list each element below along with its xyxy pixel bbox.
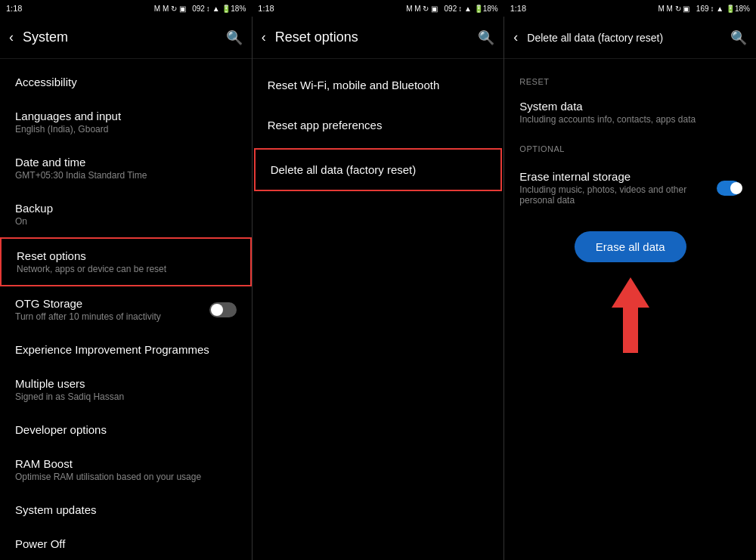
factory-reset-search-icon[interactable]: 🔍 xyxy=(730,29,747,46)
ram-boost-title: RAM Boost xyxy=(15,457,237,470)
factory-reset-header: ‹ Delete all data (factory reset) 🔍 xyxy=(504,17,756,59)
status-bars: 1:18 M M ↻ ▣ 092 ↕ ▲ 🔋18% 1:18 M M ↻ ▣ 0… xyxy=(0,0,756,17)
ram-boost-subtitle: Optimise RAM utilisation based on your u… xyxy=(15,472,237,482)
system-data-item: System data Including accounts info, con… xyxy=(504,92,756,132)
languages-title: Languages and input xyxy=(15,110,237,122)
panels-container: ‹ System 🔍 Accessibility Languages and i… xyxy=(0,17,756,560)
reset-app-item[interactable]: Reset app preferences xyxy=(253,105,504,145)
erase-internal-subtitle: Including music, photos, videos and othe… xyxy=(519,184,717,206)
factory-reset-content: RESET System data Including accounts inf… xyxy=(504,59,756,560)
reset-options-back-icon[interactable]: ‹ xyxy=(262,29,266,45)
developer-options-title: Developer options xyxy=(15,423,237,436)
status-bar-1: 1:18 M M ↻ ▣ 092 ↕ ▲ 🔋18% xyxy=(0,0,252,17)
erase-internal-toggle[interactable] xyxy=(717,181,741,196)
time-2: 1:18 xyxy=(258,4,274,13)
multiple-users-title: Multiple users xyxy=(15,377,237,390)
icons-2: M M ↻ ▣ 092 ↕ ▲ 🔋18% xyxy=(406,5,497,13)
ram-boost-item[interactable]: RAM Boost Optimise RAM utilisation based… xyxy=(0,447,252,493)
languages-subtitle: English (India), Gboard xyxy=(15,124,237,135)
reset-options-header: ‹ Reset options 🔍 xyxy=(253,17,504,59)
status-bar-3: 1:18 M M ↻ ▣ 169 ↕ ▲ 🔋18% xyxy=(504,0,756,17)
power-off-title: Power Off xyxy=(15,537,237,550)
time-3: 1:18 xyxy=(510,4,526,13)
reset-wifi-item[interactable]: Reset Wi-Fi, mobile and Bluetooth xyxy=(253,65,504,105)
experience-item[interactable]: Experience Improvement Programmes xyxy=(0,333,252,367)
multiple-users-item[interactable]: Multiple users Signed in as Sadiq Hassan xyxy=(0,367,252,413)
system-updates-title: System updates xyxy=(15,503,237,516)
backup-item[interactable]: Backup On xyxy=(0,191,252,237)
reset-app-title: Reset app preferences xyxy=(268,119,383,131)
power-off-item[interactable]: Power Off xyxy=(0,527,252,560)
factory-reset-back-icon[interactable]: ‹ xyxy=(513,29,518,45)
erase-all-data-button[interactable]: Erase all data xyxy=(575,231,686,262)
delete-all-data-title: Delete all data (factory reset) xyxy=(271,163,417,176)
system-back-icon[interactable]: ‹ xyxy=(9,29,14,45)
system-content: Accessibility Languages and input Englis… xyxy=(0,59,252,560)
otg-toggle-knob xyxy=(211,304,223,316)
backup-title: Backup xyxy=(15,202,237,215)
multiple-users-subtitle: Signed in as Sadiq Hassan xyxy=(15,391,237,402)
system-updates-item[interactable]: System updates xyxy=(0,493,252,527)
reset-options-item[interactable]: Reset options Network, apps or device ca… xyxy=(0,237,252,286)
reset-options-content: Reset Wi-Fi, mobile and Bluetooth Reset … xyxy=(253,59,504,560)
otg-title: OTG Storage xyxy=(15,297,161,310)
reset-options-title: Reset options xyxy=(17,249,235,262)
otg-toggle[interactable] xyxy=(209,302,237,317)
time-1: 1:18 xyxy=(6,4,22,13)
reset-wifi-title: Reset Wi-Fi, mobile and Bluetooth xyxy=(268,79,440,91)
reset-options-panel: ‹ Reset options 🔍 Reset Wi-Fi, mobile an… xyxy=(253,17,505,560)
icons-3: M M ↻ ▣ 169 ↕ ▲ 🔋18% xyxy=(658,5,750,13)
date-time-subtitle: GMT+05:30 India Standard Time xyxy=(15,170,237,181)
system-data-title: System data xyxy=(519,100,741,113)
system-data-subtitle: Including accounts info, contacts, apps … xyxy=(519,114,741,125)
otg-subtitle: Turn off after 10 minutes of inactivity xyxy=(15,311,161,322)
languages-item[interactable]: Languages and input English (India), Gbo… xyxy=(0,99,252,145)
reset-options-title: Reset options xyxy=(275,29,479,45)
system-header: ‹ System 🔍 xyxy=(0,17,252,59)
backup-subtitle: On xyxy=(15,216,237,227)
otg-storage-item[interactable]: OTG Storage Turn off after 10 minutes of… xyxy=(0,286,252,333)
erase-btn-area: Erase all data xyxy=(504,216,756,277)
experience-title: Experience Improvement Programmes xyxy=(15,343,237,356)
red-arrow-svg xyxy=(600,277,661,353)
red-arrow-annotation xyxy=(504,277,756,360)
factory-reset-panel: ‹ Delete all data (factory reset) 🔍 RESE… xyxy=(504,17,756,560)
system-panel: ‹ System 🔍 Accessibility Languages and i… xyxy=(0,17,253,560)
svg-marker-0 xyxy=(612,277,649,353)
accessibility-item[interactable]: Accessibility xyxy=(0,65,252,99)
date-time-item[interactable]: Date and time GMT+05:30 India Standard T… xyxy=(0,145,252,191)
reset-options-search-icon[interactable]: 🔍 xyxy=(478,29,494,46)
reset-options-subtitle: Network, apps or device can be reset xyxy=(17,264,235,274)
status-bar-2: 1:18 M M ↻ ▣ 092 ↕ ▲ 🔋18% xyxy=(252,0,503,17)
developer-options-item[interactable]: Developer options xyxy=(0,413,252,447)
system-search-icon[interactable]: 🔍 xyxy=(226,29,243,46)
system-title: System xyxy=(23,29,226,45)
delete-all-data-item[interactable]: Delete all data (factory reset) xyxy=(254,148,503,191)
factory-reset-title: Delete all data (factory reset) xyxy=(527,32,730,44)
erase-internal-title: Erase internal storage xyxy=(519,170,717,183)
erase-internal-toggle-knob xyxy=(730,182,742,194)
accessibility-title: Accessibility xyxy=(15,76,237,88)
optional-section-label: OPTIONAL xyxy=(504,132,756,159)
erase-internal-storage-item[interactable]: Erase internal storage Including music, … xyxy=(504,159,756,216)
date-time-title: Date and time xyxy=(15,156,237,169)
icons-1: M M ↻ ▣ 092 ↕ ▲ 🔋18% xyxy=(154,5,246,13)
reset-section-label: RESET xyxy=(504,65,756,92)
